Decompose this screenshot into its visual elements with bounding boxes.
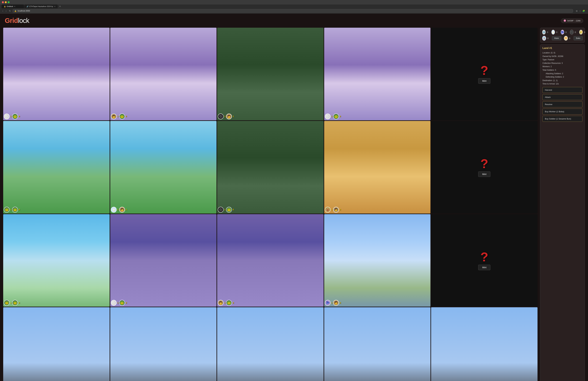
token-salt xyxy=(4,113,10,119)
grid-cell-5[interactable]: 1 0 xyxy=(3,121,110,214)
star-icon[interactable]: ☆ xyxy=(579,9,582,12)
token-num-24: 0 xyxy=(340,302,341,304)
token-frog-0 xyxy=(12,113,18,119)
tab-ethtaipei[interactable]: 🔗 ETHTaipei Hackathon 2024 by ✕ xyxy=(24,4,58,8)
resource-icon-5: 🌾 xyxy=(579,30,583,35)
address-bar[interactable]: 🔒 localhost:3000 xyxy=(13,9,573,13)
grid-cell-3[interactable]: 1 0 xyxy=(324,28,431,120)
token-num-18: 0 xyxy=(19,302,20,304)
tab-gridlock[interactable]: 🔒 Gridlock ✕ xyxy=(1,4,24,8)
url-text: localhost:3000 xyxy=(18,10,30,12)
cell-tokens-3: 1 0 xyxy=(325,113,341,119)
land-destination: Destination: (1, 1) xyxy=(543,79,582,82)
grid-cell-11[interactable]: 1 0 xyxy=(110,214,217,307)
sidebar: ⚙️ 0 🥛 0 🫐 0 ⚫ 0 🌾 0 🧋 0 Make 🥯 xyxy=(540,28,585,381)
bake-button[interactable]: Bake xyxy=(574,36,583,40)
minimize-button[interactable] xyxy=(5,1,7,3)
resource-count-5: 0 xyxy=(584,31,587,33)
cell-tokens-7: 1 0 xyxy=(218,207,234,213)
token-frog-12 xyxy=(226,300,232,306)
cell-tokens-10: 1 0 xyxy=(4,300,20,306)
grid-cell-8[interactable]: 1 0 xyxy=(324,121,431,214)
grid-cell-12[interactable]: 1 0 xyxy=(217,214,324,307)
grid-cell-6[interactable]: 1 1 xyxy=(110,121,217,214)
token-num-6: 1 xyxy=(233,115,234,117)
land-workers-value: 2 xyxy=(551,66,552,68)
logo-grid: Grid xyxy=(5,17,18,24)
land-type: Type: Pasture xyxy=(543,58,582,62)
token-warrior-1 xyxy=(111,113,117,119)
land-title: Land #1 xyxy=(543,47,582,50)
wallet-badge[interactable]: 0xf39F····2266 xyxy=(561,18,583,23)
bookmarks-icon[interactable]: ⊞ xyxy=(575,9,578,12)
token-frog-5 xyxy=(4,207,10,213)
tab-other-close-icon[interactable]: ✕ xyxy=(54,6,55,7)
make-button[interactable]: Make xyxy=(552,36,561,40)
cell-tokens-13: 1 0 xyxy=(325,300,341,306)
resource-icon-2: 🥛 xyxy=(551,30,555,35)
token-num-15: 1 xyxy=(331,208,333,211)
resource-row-bottom: 🧋 0 Make 🥯 0 Bake xyxy=(542,36,583,41)
grid-cell-1[interactable]: 1 0 xyxy=(110,28,217,120)
cell-tokens-6: 1 1 xyxy=(111,207,127,213)
grid-cell-13[interactable]: 1 0 xyxy=(324,214,431,307)
app-wrapper: Gridlock 0xf39F····2266 1 0 xyxy=(0,14,588,381)
token-num-13: 1 xyxy=(224,208,226,211)
token-black-7 xyxy=(218,207,224,213)
mint-button-2[interactable]: Mint xyxy=(478,265,490,270)
close-button[interactable] xyxy=(2,1,4,3)
land-defending-value: 2 xyxy=(563,76,564,78)
resource-row-top: ⚙️ 0 🥛 0 🫐 0 ⚫ 0 🌾 0 xyxy=(542,30,583,35)
grid-cell-19[interactable]: ◔ xyxy=(431,307,538,381)
mint-button-0[interactable]: Mint xyxy=(478,78,490,84)
maximize-button[interactable] xyxy=(8,1,10,3)
grid-cell-17[interactable]: ◔ xyxy=(217,307,324,381)
grid-cell-0[interactable]: 1 0 xyxy=(3,28,110,120)
reload-button[interactable]: ↻ xyxy=(8,9,12,12)
token-frog-1 xyxy=(119,113,125,119)
token-num-10: 0 xyxy=(19,208,20,211)
token-num-2: 0 xyxy=(19,115,20,117)
grid-cell-16[interactable]: ◔ xyxy=(110,307,217,381)
resolve-button[interactable]: Resolve xyxy=(543,101,582,107)
grid-cell-2[interactable]: 1 1 xyxy=(217,28,324,120)
resource-count-4: 0 xyxy=(575,31,578,33)
tab-ethtaipei-label: ETHTaipei Hackathon 2024 by xyxy=(29,5,53,7)
token-bottle-6 xyxy=(111,207,117,213)
cell-bg-1 xyxy=(110,28,217,120)
tab-ethtaipei-favicon: 🔗 xyxy=(26,6,28,7)
resource-count-1: 0 xyxy=(547,31,550,33)
grid-cell-18[interactable]: ◔ xyxy=(324,307,431,381)
buy-soldier-button[interactable]: Buy Soldier (1 Sesame Bun) xyxy=(543,116,582,122)
token-num-7: 1 xyxy=(331,115,333,117)
grid-cell-15[interactable]: ◔ xyxy=(3,307,110,381)
land-location-value: (0, 0) xyxy=(551,52,555,54)
grid-cell-9-mint[interactable]: ? Mint xyxy=(431,121,538,214)
token-num-12: 1 xyxy=(126,208,127,211)
resource-sesame-count: 0 xyxy=(569,37,572,40)
mint-button-1[interactable]: Mint xyxy=(478,172,490,177)
grid-cell-7[interactable]: 1 0 xyxy=(217,121,324,214)
token-num-19: 1 xyxy=(117,302,119,304)
back-button[interactable]: ‹ xyxy=(1,9,4,12)
tab-close-icon[interactable]: ✕ xyxy=(14,6,15,7)
new-tab-button[interactable]: + xyxy=(58,4,62,8)
harvest-button[interactable]: Harvest xyxy=(543,87,582,93)
grid-cell-10[interactable]: 1 0 xyxy=(3,214,110,307)
game-grid: 1 0 1 0 1 1 xyxy=(3,28,538,381)
token-bag-8 xyxy=(325,207,331,213)
land-collection-value: 3 xyxy=(562,62,563,64)
buy-worker-button[interactable]: Buy Worker (1 Boba) xyxy=(543,109,582,114)
mint-question-0: ? xyxy=(481,64,488,77)
token-frog-3 xyxy=(333,113,339,119)
extensions-icon[interactable]: 🧩 xyxy=(582,9,585,12)
token-num-17: 1 xyxy=(10,302,12,304)
forward-button[interactable]: › xyxy=(5,9,7,12)
mint-question-2: ? xyxy=(481,251,488,264)
grid-cell-14-mint[interactable]: ? Mint xyxy=(431,214,538,307)
land-destination-value: (1, 1) xyxy=(553,79,558,82)
token-num-23: 1 xyxy=(331,302,333,304)
token-num-1: 1 xyxy=(10,115,12,117)
attack-button[interactable]: Attack xyxy=(543,94,582,100)
grid-cell-4-mint[interactable]: ? Mint xyxy=(431,28,538,120)
